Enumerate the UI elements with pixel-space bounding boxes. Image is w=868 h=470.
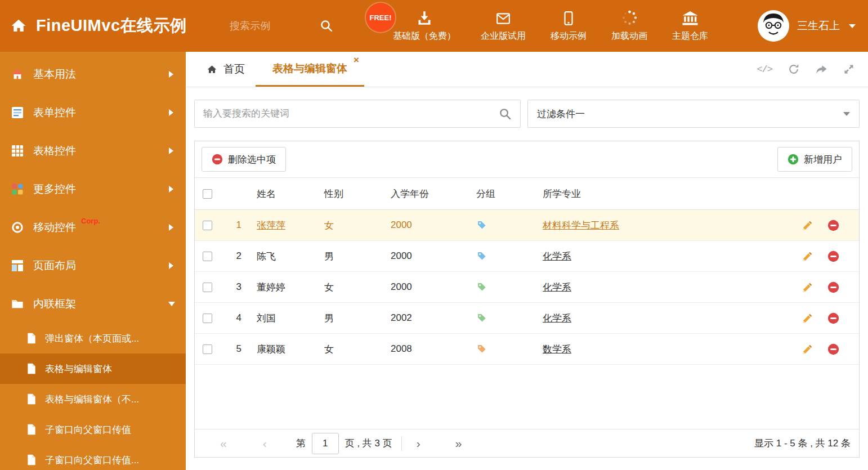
sidebar-subitem-child-to-parent-2[interactable]: 子窗口向父窗口传值... [0, 445, 186, 470]
row-checkbox[interactable] [203, 252, 212, 261]
filter-row: 过滤条件一 [194, 100, 860, 128]
sidebar-item-basic-usage[interactable]: 基本用法 [0, 55, 186, 93]
minus-circle-icon [212, 154, 223, 165]
sidebar-item-mobile-controls[interactable]: 移动控件 Corp. [0, 208, 186, 247]
header-nav: FREE! 基础版（免费） 企业版试用 移动示例 加载动画 主题仓库 [393, 10, 708, 42]
plus-circle-icon [788, 154, 799, 165]
tab-home[interactable]: 首页 [196, 52, 256, 87]
edit-icon[interactable] [802, 281, 813, 293]
nav-label: 移动示例 [551, 30, 587, 42]
row-checkbox[interactable] [203, 344, 212, 354]
sidebar-subitem-popup-window[interactable]: 弹出窗体（本页面或... [0, 323, 186, 353]
student-name-link[interactable]: 刘国 [257, 313, 276, 324]
student-name-link[interactable]: 张萍萍 [257, 220, 285, 231]
view-source-icon[interactable]: </> [757, 64, 772, 75]
sidebar-subitem-grid-edit-window[interactable]: 表格与编辑窗体 [0, 353, 186, 384]
header-search-input[interactable] [230, 20, 314, 32]
table-icon [11, 145, 24, 157]
share-icon[interactable] [815, 63, 828, 76]
major-link[interactable]: 材料科学与工程系 [543, 220, 619, 231]
table-row[interactable]: 3 董婷婷 女 2000 化学系 [195, 272, 859, 303]
row-checkbox[interactable] [203, 283, 212, 292]
gender-cell: 女 [316, 343, 382, 356]
delete-icon[interactable] [827, 343, 839, 355]
nav-item-mobile-demo[interactable]: 移动示例 [551, 11, 587, 42]
major-link[interactable]: 化学系 [543, 313, 571, 324]
search-icon[interactable] [320, 19, 333, 33]
tab-grid-edit-window[interactable]: 表格与编辑窗体 × [256, 52, 364, 87]
year-cell: 2000 [382, 281, 468, 293]
edit-icon[interactable] [802, 312, 813, 324]
chevron-right-icon [169, 147, 173, 154]
table-row[interactable]: 5 康颖颖 女 2008 数学系 [195, 334, 859, 365]
row-checkbox[interactable] [203, 221, 212, 230]
column-header-major: 所学专业 [534, 187, 794, 200]
record-summary: 显示 1 - 5 条 , 共 12 条 [754, 437, 851, 450]
brand[interactable]: FineUIMvc在线示例 [0, 15, 230, 37]
column-header-gender: 性别 [316, 187, 382, 200]
student-name-link[interactable]: 陈飞 [257, 251, 276, 262]
sidebar-item-label: 内联框架 [33, 297, 76, 311]
chevron-right-icon [169, 224, 173, 231]
nav-item-basic-edition[interactable]: FREE! 基础版（免费） [393, 10, 456, 42]
next-page-button[interactable]: › [417, 437, 420, 449]
column-header-year: 入学年份 [382, 187, 468, 200]
delete-icon[interactable] [827, 250, 839, 262]
sidebar-item-more-controls[interactable]: 更多控件 [0, 170, 186, 208]
keyword-search-box [194, 100, 521, 128]
select-all-checkbox[interactable] [203, 189, 212, 199]
top-header: FineUIMvc在线示例 FREE! 基础版（免费） 企业版试用 移动示例 加… [0, 0, 868, 52]
delete-icon[interactable] [827, 220, 839, 231]
sidebar-item-inline-frame[interactable]: 内联框架 [0, 285, 186, 323]
search-icon[interactable] [499, 108, 512, 120]
avatar[interactable] [758, 10, 789, 42]
keyword-search-input[interactable] [203, 108, 499, 119]
filter-dropdown[interactable]: 过滤条件一 [527, 100, 860, 128]
student-name-link[interactable]: 董婷婷 [257, 282, 285, 293]
major-link[interactable]: 数学系 [543, 344, 571, 355]
table-row[interactable]: 2 陈飞 男 2000 化学系 [195, 241, 859, 272]
sidebar-subitem-label: 子窗口向父窗口传值 [45, 423, 131, 436]
page-number-input[interactable] [312, 433, 339, 454]
delete-icon[interactable] [827, 281, 839, 293]
first-page-button[interactable]: « [220, 437, 227, 449]
file-icon [26, 393, 37, 405]
sidebar-subitem-grid-edit-window-2[interactable]: 表格与编辑窗体（不... [0, 384, 186, 414]
table-row[interactable]: 1 张萍萍 女 2000 材料科学与工程系 [195, 210, 859, 241]
prev-page-button[interactable]: ‹ [263, 437, 267, 449]
user-menu[interactable]: 三生石上 [758, 10, 868, 42]
nav-label: 加载动画 [611, 30, 647, 42]
row-index: 2 [220, 250, 248, 262]
major-link[interactable]: 化学系 [543, 251, 571, 262]
edit-icon[interactable] [802, 250, 813, 262]
nav-item-loading-animation[interactable]: 加载动画 [611, 10, 647, 42]
nav-item-enterprise-trial[interactable]: 企业版试用 [481, 11, 526, 42]
group-tag-icon [476, 312, 487, 324]
close-icon[interactable]: × [354, 55, 359, 65]
student-name-link[interactable]: 康颖颖 [257, 344, 285, 355]
edit-icon[interactable] [802, 220, 813, 231]
sidebar-item-grid-controls[interactable]: 表格控件 [0, 132, 186, 170]
table-row[interactable]: 4 刘国 男 2002 化学系 [195, 303, 859, 334]
group-tag-icon [476, 220, 487, 231]
delete-icon[interactable] [827, 312, 839, 324]
gender-cell: 男 [316, 312, 382, 325]
refresh-icon[interactable] [788, 63, 800, 75]
add-user-button[interactable]: 新增用户 [777, 147, 852, 172]
file-icon [26, 454, 37, 465]
mobile-icon [561, 11, 576, 26]
nav-item-theme-repo[interactable]: 主题仓库 [672, 11, 708, 42]
sidebar-item-page-layout[interactable]: 页面布局 [0, 247, 186, 285]
edit-icon[interactable] [802, 343, 813, 355]
sidebar-item-form-controls[interactable]: 表单控件 [0, 93, 186, 132]
expand-icon[interactable] [843, 64, 854, 75]
row-checkbox[interactable] [203, 314, 212, 323]
major-link[interactable]: 化学系 [543, 282, 571, 293]
bank-icon [682, 11, 699, 26]
chevron-right-icon [169, 71, 173, 78]
sidebar-subitem-child-to-parent[interactable]: 子窗口向父窗口传值 [0, 414, 186, 445]
home-icon [10, 17, 27, 34]
filter-dropdown-value: 过滤条件一 [537, 108, 585, 120]
delete-selected-button[interactable]: 删除选中项 [202, 147, 286, 172]
last-page-button[interactable]: » [455, 437, 462, 449]
